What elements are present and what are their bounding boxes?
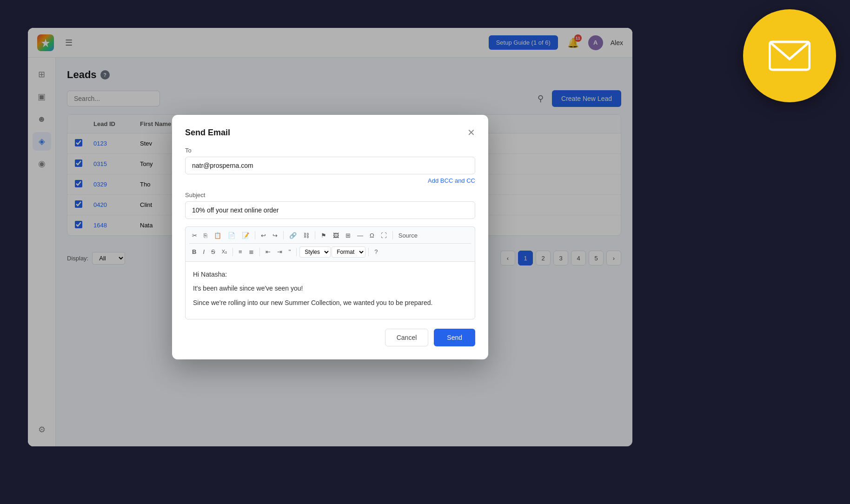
add-bcc-link[interactable]: Add BCC and CC <box>185 177 475 184</box>
email-icon <box>769 40 810 72</box>
rte-ordered-list-button[interactable]: ≡ <box>236 247 245 257</box>
send-button[interactable]: Send <box>434 329 475 346</box>
rte-styles-select[interactable]: Styles <box>299 246 331 258</box>
rte-divider-6 <box>259 248 260 256</box>
to-field-group: To Add BCC and CC <box>185 147 475 184</box>
to-input[interactable] <box>185 157 475 174</box>
rte-unordered-list-button[interactable]: ≣ <box>246 247 257 257</box>
rte-undo-button[interactable]: ↩ <box>258 231 269 240</box>
rte-divider-7 <box>296 248 297 256</box>
subject-input[interactable] <box>185 201 475 219</box>
rte-divider-5 <box>232 248 233 256</box>
subject-field-group: Subject <box>185 192 475 219</box>
modal-close-button[interactable]: ✕ <box>467 128 475 137</box>
rte-divider-3 <box>315 231 315 239</box>
rte-flag-button[interactable]: ⚑ <box>318 231 329 240</box>
rte-divider-1 <box>255 231 255 239</box>
rte-paste-word-button[interactable]: 📝 <box>239 231 252 240</box>
email-icon-circle <box>743 9 836 102</box>
body-field-group: ✂ ⎘ 📋 📄 📝 ↩ ↪ 🔗 ⛓ ⚑ 🖼 ⊞ — Ω <box>185 226 475 319</box>
rte-blockquote-button[interactable]: " <box>286 247 294 257</box>
email-body-line1: Hi Natasha: <box>193 269 467 279</box>
to-label: To <box>185 147 475 154</box>
rte-unlink-button[interactable]: ⛓ <box>300 231 312 240</box>
send-email-modal: Send Email ✕ To Add BCC and CC Subject ✂… <box>172 115 488 359</box>
rte-strikethrough-button[interactable]: S <box>208 247 218 257</box>
rte-toolbar: ✂ ⎘ 📋 📄 📝 ↩ ↪ 🔗 ⛓ ⚑ 🖼 ⊞ — Ω <box>185 226 475 261</box>
rte-copy-button[interactable]: ⎘ <box>201 231 210 240</box>
rte-format-select[interactable]: Format <box>332 246 365 258</box>
rte-image-button[interactable]: 🖼 <box>330 231 342 240</box>
modal-header: Send Email ✕ <box>185 128 475 138</box>
rte-fullscreen-button[interactable]: ⛶ <box>378 231 390 240</box>
rte-bold-button[interactable]: B <box>189 247 199 257</box>
subject-label: Subject <box>185 192 475 199</box>
rte-source-button[interactable]: Source <box>396 231 420 240</box>
rte-paste-text-button[interactable]: 📄 <box>225 231 238 240</box>
email-body-line2: It's been awhile since we've seen you! <box>193 283 467 293</box>
rte-content-area[interactable]: Hi Natasha: It's been awhile since we've… <box>185 261 475 319</box>
rte-divider-2 <box>283 231 284 239</box>
rte-italic-button[interactable]: I <box>200 247 207 257</box>
rte-outdent-button[interactable]: ⇤ <box>263 247 273 257</box>
rte-paste-button[interactable]: 📋 <box>211 231 224 240</box>
rte-help-button[interactable]: ? <box>372 247 380 257</box>
rte-link-button[interactable]: 🔗 <box>286 231 299 240</box>
app-container: ☰ Setup Guide (1 of 6) 🔔 11 A Alex ⊞ ▣ ☻… <box>28 28 632 446</box>
cancel-button[interactable]: Cancel <box>385 329 429 346</box>
modal-backdrop: Send Email ✕ To Add BCC and CC Subject ✂… <box>28 28 632 446</box>
rte-table-button[interactable]: ⊞ <box>343 231 353 240</box>
rte-hr-button[interactable]: — <box>354 231 366 240</box>
modal-title: Send Email <box>185 128 230 138</box>
rte-divider-4 <box>392 231 393 239</box>
rte-cut-button[interactable]: ✂ <box>189 231 200 240</box>
rte-subscript-button[interactable]: X₂ <box>219 247 230 256</box>
rte-divider-8 <box>368 248 369 256</box>
email-body-line3: Since we're rolling into our new Summer … <box>193 298 467 308</box>
rte-redo-button[interactable]: ↪ <box>270 231 280 240</box>
rte-indent-button[interactable]: ⇥ <box>274 247 285 257</box>
modal-actions: Cancel Send <box>185 329 475 346</box>
rte-special-char-button[interactable]: Ω <box>367 231 377 240</box>
